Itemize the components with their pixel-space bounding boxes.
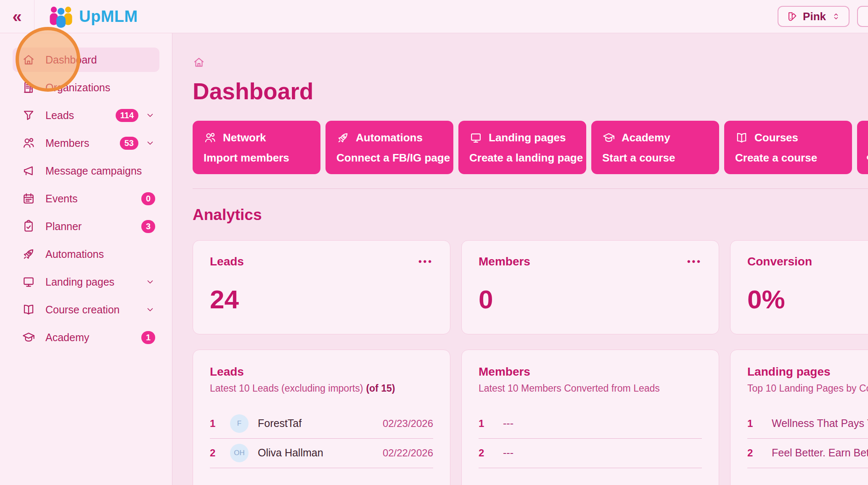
- secondary-topbar-button-partial[interactable]: [857, 6, 868, 27]
- action-card-automations[interactable]: Automations Connect a FB/IG page: [326, 121, 453, 174]
- sidebar-item-dashboard[interactable]: Dashboard: [13, 48, 159, 72]
- sidebar-item-label: Dashboard: [45, 54, 97, 66]
- clipboard-check-icon: [22, 220, 35, 233]
- sidebar-item-planner[interactable]: Planner 3: [13, 214, 159, 239]
- list-item-date: 02/22/2026: [383, 447, 433, 459]
- action-card-subtitle: Import members: [204, 151, 310, 164]
- action-card-landing-pages[interactable]: Landing pages Create a landing page: [458, 121, 586, 174]
- section-divider: [193, 188, 868, 189]
- sidebar-item-automations[interactable]: Automations: [13, 242, 159, 266]
- breadcrumb-home-icon[interactable]: [193, 56, 205, 69]
- sidebar-item-label: Landing pages: [45, 276, 114, 288]
- sidebar-item-course-creation[interactable]: Course creation: [13, 297, 159, 322]
- list-item[interactable]: 1 F ForestTaf 02/23/2026: [210, 409, 433, 439]
- rocket-icon: [22, 247, 35, 261]
- chevron-down-icon: [145, 138, 155, 148]
- avatar: OH: [230, 444, 249, 462]
- list-card-members: Members Latest 10 Members Converted from…: [461, 350, 719, 485]
- monitor-icon: [469, 131, 482, 144]
- sidebar-item-members[interactable]: Members 53: [13, 131, 159, 155]
- list-item[interactable]: 2 Feel Better. Earn Better.: [747, 439, 868, 468]
- chevron-down-icon: [145, 110, 155, 120]
- sidebar-item-label: Automations: [45, 248, 104, 260]
- megaphone-icon: [22, 164, 35, 178]
- action-card-title: Automations: [356, 131, 423, 144]
- list-item-index: 1: [479, 418, 492, 429]
- action-card-title: Landing pages: [489, 131, 566, 144]
- theme-selector-label: Pink: [803, 10, 826, 23]
- action-card-title: Courses: [754, 131, 798, 144]
- list-item-index: 2: [479, 447, 492, 459]
- users-icon: [22, 136, 35, 150]
- action-card-partial[interactable]: [857, 121, 868, 174]
- list-item: 2 ---: [479, 439, 702, 468]
- book-icon: [22, 303, 35, 316]
- action-card-subtitle: Create a course: [735, 151, 841, 164]
- sidebar-item-events[interactable]: Events 0: [13, 186, 159, 211]
- rocket-icon: [336, 131, 349, 144]
- list-item[interactable]: 2 OH Oliva Hallman 02/22/2026: [210, 439, 433, 468]
- app-logo[interactable]: UpMLM: [48, 5, 138, 28]
- action-card-subtitle: Connect a FB/IG page: [336, 151, 442, 164]
- more-menu-icon[interactable]: •••: [418, 256, 433, 267]
- sidebar-item-landing-pages[interactable]: Landing pages: [13, 270, 159, 294]
- stat-card-value: 0: [479, 284, 702, 314]
- action-card-academy[interactable]: Academy Start a course: [591, 121, 719, 174]
- home-icon: [22, 53, 35, 66]
- sidebar-item-message-campaigns[interactable]: Message campaigns: [13, 159, 159, 183]
- list-card-subtitle: Latest 10 Leads (excluding imports)(of 1…: [210, 383, 433, 394]
- funnel-icon: [22, 109, 35, 122]
- list-card-subtitle: Latest 10 Members Converted from Leads: [479, 383, 702, 394]
- list-cards-row: Leads Latest 10 Leads (excluding imports…: [193, 350, 868, 485]
- quick-action-cards: Network Import members Automations Conne…: [193, 121, 868, 174]
- list-card-landing-pages: Landing pages Top 10 Landing Pages by Co…: [730, 350, 868, 485]
- updown-chevron-icon: [831, 11, 841, 21]
- sidebar-item-academy[interactable]: Academy 1: [13, 325, 159, 350]
- stat-card-leads: Leads ••• 24: [193, 240, 450, 334]
- action-card-courses[interactable]: Courses Create a course: [724, 121, 852, 174]
- people-group-logo-icon: [48, 5, 74, 28]
- grad-cap-icon: [602, 131, 615, 144]
- list-item-date: 02/23/2026: [383, 418, 433, 429]
- list-card-title: Members: [479, 365, 702, 379]
- count-badge: 53: [120, 137, 138, 150]
- list-card-title: Leads: [210, 365, 433, 379]
- more-menu-icon[interactable]: •••: [687, 256, 702, 267]
- list-card-subtitle: Top 10 Landing Pages by Convers: [747, 383, 868, 394]
- sidebar-item-label: Academy: [45, 331, 89, 344]
- action-card-subtitle: Create a landing page: [469, 151, 575, 164]
- stat-cards-row: Leads ••• 24 Members ••• 0 Conversion 0%: [193, 240, 868, 334]
- chevron-down-icon: [145, 277, 155, 287]
- monitor-icon: [22, 275, 35, 289]
- list-item-index: 2: [210, 447, 223, 459]
- sidebar-item-leads[interactable]: Leads 114: [13, 103, 159, 127]
- sidebar-item-label: Members: [45, 137, 89, 149]
- list-item[interactable]: 1 Wellness That Pays You Back: [747, 409, 868, 439]
- stat-card-title: Members: [479, 255, 530, 268]
- list-item-index: 1: [747, 418, 761, 429]
- calendar-icon: [22, 192, 35, 205]
- action-card-subtitle: Start a course: [602, 151, 708, 164]
- double-chevron-left-icon: «: [12, 7, 21, 26]
- sidebar-collapse-button[interactable]: «: [0, 0, 34, 33]
- chevron-down-icon: [145, 305, 155, 315]
- avatar: F: [230, 414, 249, 433]
- count-badge: 114: [116, 109, 138, 122]
- count-badge: 3: [141, 220, 155, 233]
- action-card-network[interactable]: Network Import members: [193, 121, 320, 174]
- stat-card-value: 24: [210, 284, 433, 314]
- stat-card-title: Leads: [210, 255, 244, 268]
- list-card-title: Landing pages: [747, 365, 868, 379]
- sidebar-item-organizations[interactable]: Organizations: [13, 75, 159, 100]
- stat-card-value: 0%: [747, 284, 868, 314]
- list-item-index: 2: [747, 447, 761, 459]
- stat-card-title: Conversion: [747, 255, 812, 268]
- action-card-title: Network: [223, 131, 266, 144]
- count-badge: 1: [141, 331, 155, 344]
- count-badge: 0: [141, 192, 155, 205]
- sidebar-item-label: Organizations: [45, 82, 110, 94]
- main-content: Dashboard Network Import members Automat…: [172, 33, 868, 485]
- list-item-name: Feel Better. Earn Better.: [772, 447, 868, 459]
- analytics-heading: Analytics: [193, 206, 262, 224]
- theme-selector-button[interactable]: Pink: [778, 6, 849, 27]
